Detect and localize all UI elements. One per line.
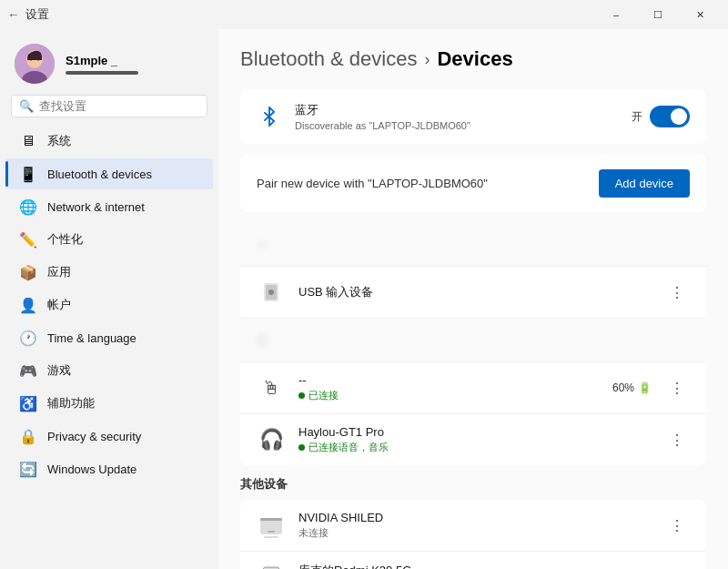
mouse-status-text: 已连接	[308, 389, 339, 402]
sidebar-item-personalization[interactable]: ✏️ 个性化	[5, 224, 213, 255]
sidebar-item-system[interactable]: 🖥 系统	[5, 126, 213, 157]
nvidia-icon	[257, 511, 286, 540]
app-body: S1mple _ 🔍 🖥 系统 📱 Bluetooth & devices 🌐 …	[0, 29, 728, 569]
headphones-status: 已连接语音，音乐	[298, 441, 652, 454]
title-bar-controls: – ☐ ✕	[595, 0, 721, 29]
active-indicator	[5, 161, 8, 187]
bluetooth-toggle[interactable]	[650, 106, 690, 127]
search-input[interactable]	[39, 99, 199, 113]
redmi-icon	[257, 564, 286, 570]
devices-card: ut USB 输入设备 ⋮	[240, 223, 706, 465]
mouse-device-name: --	[298, 373, 600, 387]
user-info: S1mple _	[66, 54, 138, 75]
svg-rect-10	[268, 531, 275, 533]
pair-device-card: Pair new device with "LAPTOP-JLDBMO60" A…	[240, 155, 706, 212]
sidebar-item-accessibility[interactable]: ♿ 辅助功能	[5, 388, 213, 419]
avatar[interactable]	[15, 44, 55, 84]
blurred-device-row-1: ut	[240, 223, 706, 267]
add-device-button[interactable]: Add device	[599, 169, 690, 198]
title-bar-left: ← 设置	[7, 6, 49, 23]
usb-icon	[257, 278, 286, 307]
headphones-more-button[interactable]: ⋮	[664, 427, 690, 452]
sidebar-item-gaming[interactable]: 🎮 游戏	[5, 355, 213, 386]
sidebar-item-network[interactable]: 🌐 Network & internet	[5, 191, 213, 222]
usb-more-button[interactable]: ⋮	[664, 279, 690, 305]
sidebar-item-label: 辅助功能	[47, 395, 95, 412]
blur-overlay-2	[240, 319, 706, 361]
usb-device-name: USB 输入设备	[298, 284, 652, 300]
apps-icon: 📦	[20, 264, 36, 280]
redmi-name: 库克的Redmi K30 5G	[298, 563, 652, 569]
nvidia-text: NVIDIA SHILED 未连接	[298, 511, 652, 540]
mouse-device-status: 已连接	[298, 389, 600, 402]
nvidia-name: NVIDIA SHILED	[298, 511, 652, 524]
bluetooth-subtitle: Discoverable as "LAPTOP-JLDBMO60"	[295, 120, 619, 131]
sidebar-item-accounts[interactable]: 👤 帐户	[5, 290, 213, 320]
breadcrumb-separator: ›	[424, 50, 430, 69]
svg-point-7	[268, 290, 274, 295]
svg-point-4	[37, 58, 40, 61]
user-section: S1mple _	[0, 29, 218, 95]
nvidia-more-button[interactable]: ⋮	[664, 513, 690, 538]
svg-point-3	[30, 58, 33, 61]
breadcrumb-current: Devices	[437, 47, 512, 71]
minimize-button[interactable]: –	[595, 0, 637, 29]
headphones-status-dot	[298, 444, 305, 451]
network-icon: 🌐	[20, 198, 36, 215]
search-box[interactable]: 🔍	[11, 95, 207, 117]
breadcrumb-parent[interactable]: Bluetooth & devices	[240, 47, 417, 71]
bluetooth-row: 蓝牙 Discoverable as "LAPTOP-JLDBMO60" 开	[240, 89, 706, 144]
usb-text: USB 输入设备	[298, 284, 652, 300]
headphones-status-text: 已连接语音，音乐	[308, 441, 389, 454]
mouse-more-button[interactable]: ⋮	[664, 375, 690, 401]
blur-overlay-1	[240, 223, 706, 266]
personalization-icon: ✏️	[20, 231, 36, 248]
sidebar-item-bluetooth[interactable]: 📱 Bluetooth & devices	[5, 158, 213, 189]
sidebar-item-label: Bluetooth & devices	[47, 168, 152, 181]
sidebar-item-apps[interactable]: 📦 应用	[5, 257, 213, 288]
sidebar-item-time[interactable]: 🕐 Time & language	[5, 322, 213, 353]
user-name: S1mple _	[66, 54, 138, 67]
bluetooth-text: 蓝牙 Discoverable as "LAPTOP-JLDBMO60"	[295, 102, 619, 131]
sidebar-item-privacy[interactable]: 🔒 Privacy & security	[5, 421, 213, 452]
redmi-text: 库克的Redmi K30 5G 已配对	[298, 563, 652, 569]
nvidia-status-text: 未连接	[298, 526, 329, 540]
redmi-more-button[interactable]: ⋮	[664, 566, 690, 570]
battery-icon: 🔋	[638, 381, 652, 394]
accessibility-icon: ♿	[20, 395, 36, 412]
gaming-icon: 🎮	[20, 362, 36, 379]
svg-rect-9	[260, 518, 282, 521]
pair-text: Pair new device with "LAPTOP-JLDBMO60"	[257, 177, 488, 190]
other-devices-label: 其他设备	[240, 476, 706, 493]
sidebar-item-label: Time & language	[47, 331, 136, 345]
bluetooth-title: 蓝牙	[295, 102, 619, 118]
accounts-icon: 👤	[20, 297, 36, 313]
nvidia-status: 未连接	[298, 526, 652, 540]
redmi-device-row: 库克的Redmi K30 5G 已配对 ⋮	[240, 552, 706, 569]
maximize-button[interactable]: ☐	[637, 0, 679, 29]
close-button[interactable]: ✕	[679, 0, 721, 29]
headphones-name: Haylou-GT1 Pro	[298, 425, 652, 439]
mouse-status-dot	[298, 392, 305, 399]
privacy-icon: 🔒	[20, 428, 36, 444]
back-icon[interactable]: ←	[7, 7, 20, 22]
sidebar-item-label: Network & internet	[47, 200, 145, 214]
app-title: 设置	[25, 6, 49, 23]
sidebar-item-windows-update[interactable]: 🔄 Windows Update	[5, 453, 213, 484]
main-content: Bluetooth & devices › Devices 蓝牙 Discove…	[218, 29, 728, 569]
system-icon: 🖥	[20, 133, 36, 149]
sidebar-item-label: 游戏	[47, 362, 71, 379]
user-bar-decoration	[66, 71, 138, 75]
mouse-battery: 60% 🔋	[612, 381, 652, 394]
sidebar-item-label: 帐户	[47, 297, 71, 313]
bluetooth-card: 蓝牙 Discoverable as "LAPTOP-JLDBMO60" 开	[240, 89, 706, 144]
search-icon: 🔍	[19, 99, 34, 113]
breadcrumb: Bluetooth & devices › Devices	[240, 47, 706, 71]
sidebar-item-label: 个性化	[47, 231, 83, 248]
windows-update-icon: 🔄	[20, 461, 36, 477]
mouse-icon: 🖱	[257, 373, 286, 402]
title-bar: ← 设置 – ☐ ✕	[0, 0, 728, 29]
bluetooth-icon: 📱	[20, 166, 36, 182]
toggle-knob	[671, 108, 687, 125]
nvidia-device-row: NVIDIA SHILED 未连接 ⋮	[240, 500, 706, 552]
